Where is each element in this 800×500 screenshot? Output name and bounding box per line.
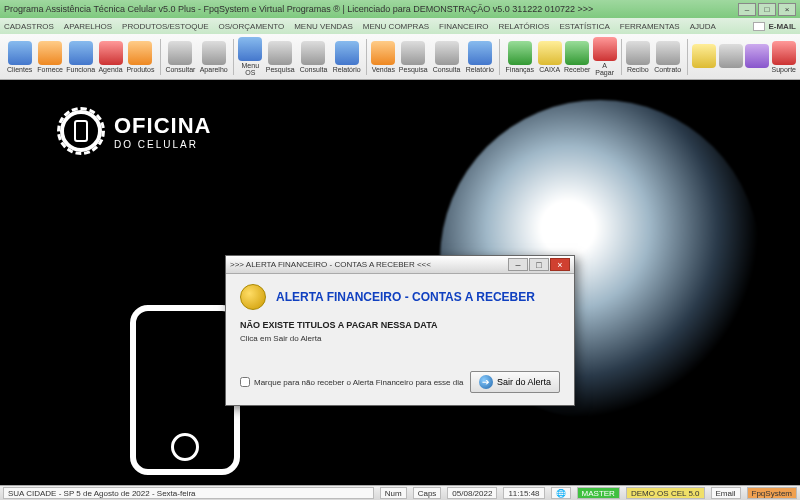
menu-produtos[interactable]: PRODUTOS/ESTOQUE (122, 22, 208, 31)
status-fpq[interactable]: FpqSystem (747, 487, 797, 499)
toolbar-label: Pesquisa (399, 66, 428, 73)
menu-cadastros[interactable]: CADASTROS (4, 22, 54, 31)
toolbar-consulta[interactable]: Consulta (431, 36, 462, 78)
toolbar-pesquisa[interactable]: Pesquisa (265, 36, 296, 78)
alert-message-secondary: Clica em Sair do Alerta (240, 334, 560, 343)
status-email[interactable]: Email (711, 487, 741, 499)
menu-bar: CADASTROS APARELHOS PRODUTOS/ESTOQUE OS/… (0, 18, 800, 34)
toolbar-doc-icon[interactable] (719, 36, 743, 78)
doc-icon (719, 44, 743, 68)
toolbar-label: Aparelho (200, 66, 228, 73)
window-titlebar: Programa Assistência Técnica Celular v5.… (0, 0, 800, 18)
report-icon (468, 41, 492, 65)
toolbar-clientes[interactable]: Clientes (4, 36, 35, 78)
contract-icon (656, 41, 680, 65)
toolbar-funciona[interactable]: Funciona (65, 36, 96, 78)
minimize-button[interactable]: – (738, 3, 756, 16)
envelope-icon (753, 22, 765, 31)
status-demo: DEMO OS CEL 5.0 (626, 487, 705, 499)
menu-os[interactable]: OS/ORÇAMENTO (219, 22, 285, 31)
toolbar-consulta[interactable]: Consulta (298, 36, 329, 78)
toolbar-produtos[interactable]: Produtos (125, 36, 156, 78)
toolbar-label: Vendas (372, 66, 395, 73)
close-button[interactable]: × (778, 3, 796, 16)
logo-line2: DO CELULAR (114, 139, 211, 150)
toolbar-label: Menu OS (238, 62, 262, 76)
report-icon (335, 41, 359, 65)
toolbar-label: Consulta (300, 66, 328, 73)
status-bar: SUA CIDADE - SP 5 de Agosto de 2022 - Se… (0, 485, 800, 500)
status-globe: 🌐 (551, 487, 571, 499)
main-workspace: OFICINA DO CELULAR >>> ALERTA FINANCEIRO… (0, 80, 800, 485)
toolbar-label: Finanças (506, 66, 534, 73)
toolbar-a-pagar[interactable]: A Pagar (592, 36, 616, 78)
phone-icon (202, 41, 226, 65)
toolbar-separator (160, 39, 161, 75)
cash-icon (538, 41, 562, 65)
toolbar-relatório[interactable]: Relatório (331, 36, 362, 78)
toolbar-suporte[interactable]: Suporte (772, 36, 797, 78)
logo-line1: OFICINA (114, 113, 211, 139)
toolbar-recibo[interactable]: Recibo (626, 36, 650, 78)
menu-estatistica[interactable]: ESTATÍSTICA (559, 22, 609, 31)
status-date: 05/08/2022 (447, 487, 497, 499)
menu-compras[interactable]: MENU COMPRAS (363, 22, 429, 31)
toolbar-label: Consulta (433, 66, 461, 73)
exit-alert-label: Sair do Alerta (497, 377, 551, 387)
menu-email[interactable]: E-MAIL (753, 22, 796, 31)
list-icon (435, 41, 459, 65)
toolbar-receber[interactable]: Receber (564, 36, 590, 78)
toolbar-consultar[interactable]: Consultar (165, 36, 196, 78)
search-icon (168, 41, 192, 65)
dialog-minimize-button[interactable]: – (508, 258, 528, 271)
status-master: MASTER (577, 487, 620, 499)
alert-dialog: >>> ALERTA FINANCEIRO - CONTAS A RECEBER… (225, 255, 575, 406)
money-icon (508, 41, 532, 65)
list-icon (301, 41, 325, 65)
magnifier-icon (268, 41, 292, 65)
truck-icon (38, 41, 62, 65)
coin-in-icon (565, 41, 589, 65)
toolbar-menu-os[interactable]: Menu OS (238, 36, 262, 78)
toolbar-finanças[interactable]: Finanças (504, 36, 535, 78)
toolbar-relatório[interactable]: Relatório (464, 36, 495, 78)
status-caps: Caps (413, 487, 442, 499)
menu-ferramentas[interactable]: FERRAMENTAS (620, 22, 680, 31)
menu-vendas[interactable]: MENU VENDAS (294, 22, 353, 31)
toolbar-label: Funciona (66, 66, 95, 73)
toolbar-separator (366, 39, 367, 75)
toolbar-label: Relatório (466, 66, 494, 73)
toolbar-coin-icon[interactable] (692, 36, 716, 78)
suppress-alert-input[interactable] (240, 377, 250, 387)
toolbar-label: Suporte (772, 66, 797, 73)
toolbar-tool-icon[interactable] (745, 36, 769, 78)
menu-financeiro[interactable]: FINANCEIRO (439, 22, 488, 31)
exit-icon (772, 41, 796, 65)
exit-alert-button[interactable]: ➔ Sair do Alerta (470, 371, 560, 393)
toolbar-fornece[interactable]: Fornece (37, 36, 63, 78)
dialog-close-button[interactable]: × (550, 258, 570, 271)
toolbar-pesquisa[interactable]: Pesquisa (398, 36, 429, 78)
receipt-icon (626, 41, 650, 65)
maximize-button[interactable]: □ (758, 3, 776, 16)
menu-relatorios[interactable]: RELATÓRIOS (498, 22, 549, 31)
suppress-alert-checkbox[interactable]: Marque para não receber o Alerta Finance… (240, 377, 463, 387)
toolbar-separator (687, 39, 688, 75)
people-icon (8, 41, 32, 65)
window-title: Programa Assistência Técnica Celular v5.… (4, 4, 738, 14)
toolbar-label: Agenda (98, 66, 122, 73)
toolbar-caixa[interactable]: CAIXA (537, 36, 561, 78)
toolbar-contrato[interactable]: Contrato (652, 36, 683, 78)
toolbar-aparelho[interactable]: Aparelho (198, 36, 229, 78)
menu-aparelhos[interactable]: APARELHOS (64, 22, 112, 31)
dialog-maximize-button[interactable]: □ (529, 258, 549, 271)
toolbar-agenda[interactable]: Agenda (98, 36, 122, 78)
toolbar-label: Relatório (333, 66, 361, 73)
main-toolbar: ClientesForneceFuncionaAgendaProdutosCon… (0, 34, 800, 80)
menu-ajuda[interactable]: AJUDA (690, 22, 716, 31)
clipboard-icon (238, 37, 262, 61)
status-location: SUA CIDADE - SP 5 de Agosto de 2022 - Se… (3, 487, 374, 499)
toolbar-vendas[interactable]: Vendas (371, 36, 395, 78)
status-num: Num (380, 487, 407, 499)
magnifier-icon (401, 41, 425, 65)
